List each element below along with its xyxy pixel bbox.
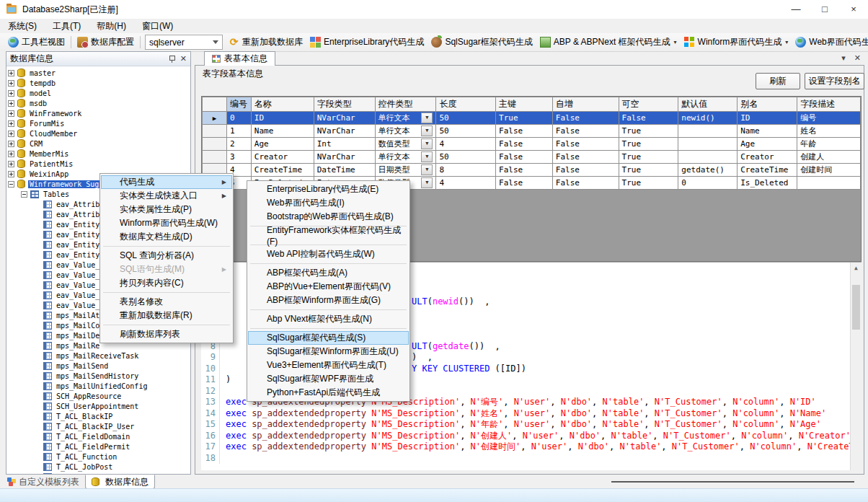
grid-cell[interactable]: Is_Deleted (738, 177, 797, 190)
grid-cell[interactable]: False (552, 151, 619, 164)
grid-cell[interactable]: 编号 (797, 112, 861, 125)
tree-item[interactable]: T_ACL_BlackIP (8, 411, 190, 421)
grid-cell[interactable]: CreateTime (738, 164, 797, 177)
submenu-item[interactable]: Vue3+Element界面代码生成(T) (248, 358, 409, 372)
submenu-item[interactable]: Abp VNext框架代码生成(N) (248, 312, 409, 326)
grid-cell[interactable]: False (552, 125, 619, 138)
control-type-combo[interactable]: 单行文本▼ (378, 126, 433, 136)
grid-cell[interactable]: False (552, 164, 619, 177)
grid-cell[interactable]: 3 (226, 151, 251, 164)
grid-cell[interactable] (797, 177, 861, 190)
expand-icon[interactable] (8, 161, 14, 167)
grid-column-header[interactable]: 名称 (251, 97, 314, 112)
expand-icon[interactable] (8, 120, 14, 127)
set-field-alias-button[interactable]: 设置字段别名 (805, 73, 864, 89)
toolbar-reload-button[interactable]: ⟳ 重新加载数据库 (225, 35, 306, 50)
toolbar-web-button[interactable]: Web界面代码生成 ▾ (792, 35, 868, 50)
tree-item[interactable]: WinFramework (8, 108, 190, 118)
grid-cell[interactable]: DateTime (314, 164, 375, 177)
grid-cell[interactable]: 单行文本▼ (375, 151, 436, 164)
tree-item[interactable]: ForumMis (8, 118, 190, 128)
grid-row[interactable]: 3CreatorNVarChar单行文本▼50FalseFalseTrueCre… (203, 151, 861, 164)
grid-column-header[interactable]: 编号 (226, 97, 251, 112)
tree-item[interactable]: T_ACL_LoginLog (8, 472, 190, 474)
db-type-combobox[interactable]: sqlserver (145, 35, 223, 50)
toolbar-abp-button[interactable]: ABP & ABPNext 框架代码生成 ▾ (536, 35, 681, 50)
grid-row[interactable]: ▶0IDNVarChar单行文本▼50TrueFalseFalsenewid()… (203, 112, 861, 125)
grid-cell[interactable]: newid() (678, 112, 738, 125)
tree-item[interactable]: T_ACL_Function (8, 452, 190, 462)
grid-column-header[interactable]: 字段描述 (797, 97, 861, 112)
grid-cell[interactable]: Creator (251, 151, 314, 164)
grid-cell[interactable]: 日期类型▼ (375, 164, 436, 177)
combo-dropdown-icon[interactable]: ▼ (421, 138, 433, 149)
expand-icon[interactable] (8, 90, 14, 97)
submenu-item[interactable]: EntityFramework实体框架代码生成(F) (248, 229, 409, 242)
tree-item[interactable]: CRM (8, 138, 190, 149)
submenu-item[interactable]: Python+FastApi后端代码生成 (248, 386, 409, 400)
tree-item[interactable]: mps_MailSend (8, 361, 190, 371)
combo-dropdown-icon[interactable]: ▼ (421, 113, 433, 123)
control-type-combo[interactable]: 单行文本▼ (378, 151, 433, 162)
context-menu-item[interactable]: 实体类属性生成(P) (101, 203, 232, 216)
tree-item[interactable]: master (8, 68, 190, 78)
toolbar-view-button[interactable]: 工具栏视图 (4, 35, 68, 50)
grid-row[interactable]: 1NameNVarChar单行文本▼50FalseFalseTrueName姓名 (203, 125, 861, 138)
grid-cell[interactable]: Age (738, 138, 797, 151)
submenu-item[interactable]: SqlSugar框架代码生成(S) (248, 331, 409, 345)
row-header-cell[interactable] (203, 138, 227, 151)
grid-cell[interactable]: True (619, 164, 678, 177)
grid-cell[interactable]: True (619, 151, 678, 164)
grid-cell[interactable]: 年龄 (797, 138, 861, 151)
grid-cell[interactable]: ID (738, 112, 797, 125)
tab-custom-templates[interactable]: 自定义模板列表 (1, 475, 85, 489)
grid-cell[interactable]: False (496, 151, 553, 164)
grid-row[interactable]: 4CreateTimeDateTime日期类型▼8FalseFalseTrueg… (203, 164, 861, 177)
grid-cell[interactable]: NVarChar (314, 151, 375, 164)
grid-column-header[interactable]: 别名 (738, 97, 797, 112)
close-button[interactable]: × (839, 0, 868, 19)
grid-cell[interactable]: NVarChar (314, 112, 375, 125)
grid-column-header[interactable]: 自增 (552, 97, 619, 112)
submenu-item[interactable]: EnterpriseLibrary代码生成(E) (248, 182, 409, 196)
submenu-item[interactable]: ABP框架Winform界面生成(G) (248, 294, 409, 307)
control-type-combo[interactable]: 日期类型▼ (378, 164, 433, 175)
context-menu-item[interactable]: 拷贝列表内容(C) (101, 276, 232, 290)
window-list-icon[interactable]: ▾ (841, 53, 846, 63)
row-header-cell[interactable] (203, 125, 227, 138)
control-type-combo[interactable]: 单行文本▼ (378, 113, 433, 123)
grid-cell[interactable]: 0 (226, 112, 251, 125)
tree-item[interactable]: msdb (8, 98, 190, 108)
grid-column-header[interactable]: 字段类型 (314, 97, 375, 112)
expand-icon[interactable] (8, 151, 14, 157)
combo-dropdown-icon[interactable]: ▼ (421, 126, 433, 136)
tree-item[interactable]: T_ACL_FieldDomain (8, 431, 190, 441)
grid-cell[interactable]: 50 (436, 112, 496, 125)
grid-column-header[interactable]: 长度 (436, 97, 496, 112)
tree-item[interactable]: CloudMember (8, 128, 190, 138)
expand-icon[interactable] (8, 100, 14, 107)
submenu-item[interactable]: Bootstrap的Web界面代码生成(B) (248, 210, 409, 224)
grid-column-header[interactable]: 主键 (496, 97, 553, 112)
combo-dropdown-icon[interactable]: ▼ (421, 177, 433, 188)
expand-icon[interactable] (8, 171, 14, 177)
grid-cell[interactable]: 创建人 (797, 151, 861, 164)
tab-table-basic-info[interactable]: 表基本信息 (204, 51, 275, 66)
expand-icon[interactable] (8, 131, 14, 137)
grid-cell[interactable]: 4 (436, 177, 496, 190)
grid-cell[interactable]: 姓名 (797, 125, 861, 138)
grid-cell[interactable]: Creator (738, 151, 797, 164)
tree-item[interactable]: mps_MailSendHistory (8, 371, 190, 381)
collapse-icon[interactable] (21, 191, 27, 198)
grid-cell[interactable]: False (552, 138, 619, 151)
grid-column-header[interactable]: 可空 (619, 97, 678, 112)
menu-tools[interactable]: 工具(T) (45, 19, 89, 34)
tree-item[interactable]: SCH_AppResource (8, 391, 190, 401)
maximize-button[interactable]: □ (810, 0, 839, 19)
tree-item[interactable]: MemberMis (8, 149, 190, 159)
grid-cell[interactable]: ID (251, 112, 314, 125)
toolbar-winform-button[interactable]: Winform界面代码生成 ▾ (681, 35, 792, 50)
minimize-button[interactable]: — (781, 0, 810, 19)
combo-dropdown-icon[interactable]: ▼ (421, 164, 433, 175)
submenu-item[interactable]: SqlSugar框架WPF界面生成 (248, 372, 409, 386)
